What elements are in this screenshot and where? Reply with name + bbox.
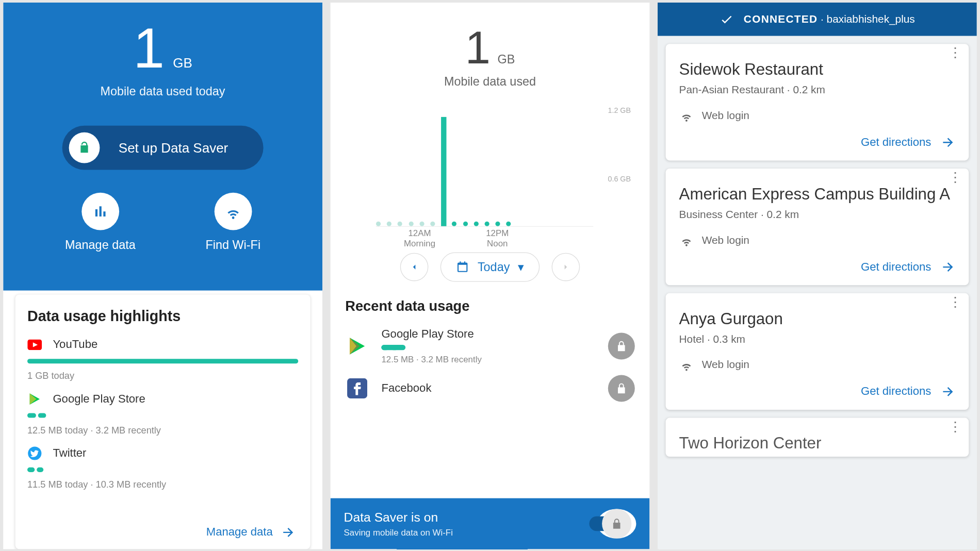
get-directions-button[interactable]: Get directions xyxy=(679,259,956,274)
find-wifi-button[interactable]: Find Wi-Fi xyxy=(205,192,260,252)
highlight-meta: 12.5 MB today · 3.2 MB recently xyxy=(27,424,298,435)
date-picker-label: Today xyxy=(478,260,510,274)
highlight-row[interactable]: Google Play Store 12.5 MB today · 3.2 MB… xyxy=(27,391,298,435)
wifi-place-card[interactable]: ⋮ Anya Gurgaon Hotel · 0.3 km Web login … xyxy=(666,293,969,409)
chart-xlabel-time: 12PM xyxy=(474,228,521,238)
place-title: Two Horizon Center xyxy=(679,433,956,452)
manage-usage-caption: Mobile data used xyxy=(331,75,650,89)
highlight-app: Google Play Store xyxy=(53,392,145,406)
setup-data-saver-button[interactable]: Set up Data Saver xyxy=(62,125,264,170)
get-directions-button[interactable]: Get directions xyxy=(679,135,956,150)
highlight-bar xyxy=(27,467,44,472)
overflow-menu-button[interactable]: ⋮ xyxy=(949,51,962,55)
connected-banner: CONNECTED · baxiabhishek_plus xyxy=(658,2,977,36)
chart-bar xyxy=(441,117,446,226)
caret-down-icon: ▾ xyxy=(518,259,524,274)
chart-xlabel-part: Noon xyxy=(487,238,508,248)
unlock-icon xyxy=(69,132,100,163)
twitter-icon xyxy=(27,446,42,461)
connected-label: CONNECTED xyxy=(744,13,818,24)
date-prev-button[interactable] xyxy=(400,253,429,281)
recent-bar xyxy=(381,344,405,349)
find-wifi-screen: CONNECTED · baxiabhishek_plus ⋮ Sidewok … xyxy=(658,2,977,549)
recent-usage-title: Recent data usage xyxy=(345,297,649,313)
overflow-menu-button[interactable]: ⋮ xyxy=(949,175,962,179)
recent-row[interactable]: Facebook xyxy=(331,370,650,402)
manage-data-label: Manage data xyxy=(65,238,136,252)
web-login-label: Web login xyxy=(702,359,749,371)
data-saver-banner[interactable]: Data Saver is on Saving mobile data on W… xyxy=(331,498,650,549)
home-usage-value: 1 xyxy=(133,15,165,80)
place-subtitle: Hotel · 0.3 km xyxy=(679,333,956,345)
chart-ytick: 1.2 GB xyxy=(608,106,631,114)
wifi-icon xyxy=(679,232,694,247)
play-icon xyxy=(345,333,369,358)
place-title: American Express Campus Building A xyxy=(679,185,956,203)
home-hero: 1 GB Mobile data used today Set up Data … xyxy=(3,2,322,290)
recent-app-name: Google Play Store xyxy=(381,327,596,341)
recent-app-name: Facebook xyxy=(381,381,596,395)
manage-data-link-label: Manage data xyxy=(206,525,273,539)
get-directions-button[interactable]: Get directions xyxy=(679,384,956,399)
get-directions-label: Get directions xyxy=(861,385,931,398)
lock-toggle[interactable] xyxy=(608,375,635,402)
highlight-row[interactable]: YouTube 1 GB today xyxy=(27,337,298,381)
web-login-label: Web login xyxy=(702,234,749,246)
calendar-icon xyxy=(456,260,469,274)
youtube-icon xyxy=(27,337,42,352)
highlights-card: Data usage highlights YouTube 1 GB today… xyxy=(15,294,311,549)
manage-usage-unit: GB xyxy=(497,53,515,66)
chart-xlabel-time: 12AM xyxy=(396,228,443,238)
home-usage-unit: GB xyxy=(173,55,192,70)
wifi-icon xyxy=(214,192,252,230)
wifi-icon xyxy=(679,357,694,372)
lock-toggle[interactable] xyxy=(608,332,635,359)
highlight-row[interactable]: Twitter 11.5 MB today · 10.3 MB recently xyxy=(27,446,298,490)
recent-row[interactable]: Google Play Store 12.5 MB · 3.2 MB recen… xyxy=(331,322,650,369)
place-subtitle: Business Center · 0.2 km xyxy=(679,209,956,221)
wifi-place-card[interactable]: ⋮ Sidewok Restaurant Pan-Asian Restauran… xyxy=(666,44,969,160)
home-usage-caption: Mobile data used today xyxy=(3,85,322,98)
highlight-meta: 1 GB today xyxy=(27,370,298,381)
highlights-title: Data usage highlights xyxy=(27,308,298,325)
data-saver-toggle[interactable] xyxy=(597,509,636,538)
overflow-menu-button[interactable]: ⋮ xyxy=(949,299,962,304)
place-title: Sidewok Restaurant xyxy=(679,60,956,78)
place-title: Anya Gurgaon xyxy=(679,309,956,328)
chart-bars xyxy=(376,102,593,227)
manage-hero: 1 GB Mobile data used xyxy=(331,2,650,89)
manage-data-link[interactable]: Manage data xyxy=(206,525,296,540)
home-screen: 1 GB Mobile data used today Set up Data … xyxy=(3,2,322,549)
setup-data-saver-label: Set up Data Saver xyxy=(119,140,228,155)
highlight-app: YouTube xyxy=(53,338,97,351)
highlight-app: Twitter xyxy=(53,446,86,460)
web-login-label: Web login xyxy=(702,109,749,121)
manage-data-button[interactable]: Manage data xyxy=(65,192,136,252)
get-directions-label: Get directions xyxy=(861,136,931,149)
play-icon xyxy=(27,391,42,406)
arrow-right-icon xyxy=(281,525,296,540)
wifi-place-card[interactable]: ⋮ American Express Campus Building A Bus… xyxy=(666,169,969,285)
overflow-menu-button[interactable]: ⋮ xyxy=(949,424,962,428)
wifi-place-card[interactable]: ⋮ Two Horizon Center xyxy=(666,418,969,456)
highlight-meta: 11.5 MB today · 10.3 MB recently xyxy=(27,478,298,489)
chart-xlabel-part: Morning xyxy=(404,238,435,248)
connected-ssid: baxiabhishek_plus xyxy=(827,13,915,24)
highlight-bar xyxy=(27,413,46,418)
bar-chart-icon xyxy=(81,192,119,230)
lock-icon xyxy=(602,509,631,538)
manage-usage-value: 1 xyxy=(465,21,491,73)
hourly-usage-chart: 1.2 GB 0.6 GB 12AM Morning 12PM Noon xyxy=(349,102,631,249)
date-next-button[interactable] xyxy=(551,253,580,281)
manage-data-screen: 1 GB Mobile data used 1.2 GB 0.6 GB 12AM… xyxy=(331,2,650,549)
check-icon xyxy=(720,11,734,26)
find-wifi-label: Find Wi-Fi xyxy=(205,238,260,252)
place-subtitle: Pan-Asian Restaurant · 0.2 km xyxy=(679,84,956,96)
get-directions-label: Get directions xyxy=(861,260,931,274)
recent-meta: 12.5 MB · 3.2 MB recently xyxy=(381,354,596,364)
wifi-icon xyxy=(679,108,694,123)
chart-ytick: 0.6 GB xyxy=(608,174,631,182)
date-picker-button[interactable]: Today ▾ xyxy=(440,252,539,281)
facebook-icon xyxy=(345,376,369,400)
data-saver-subtitle: Saving mobile data on Wi-Fi xyxy=(344,527,453,537)
